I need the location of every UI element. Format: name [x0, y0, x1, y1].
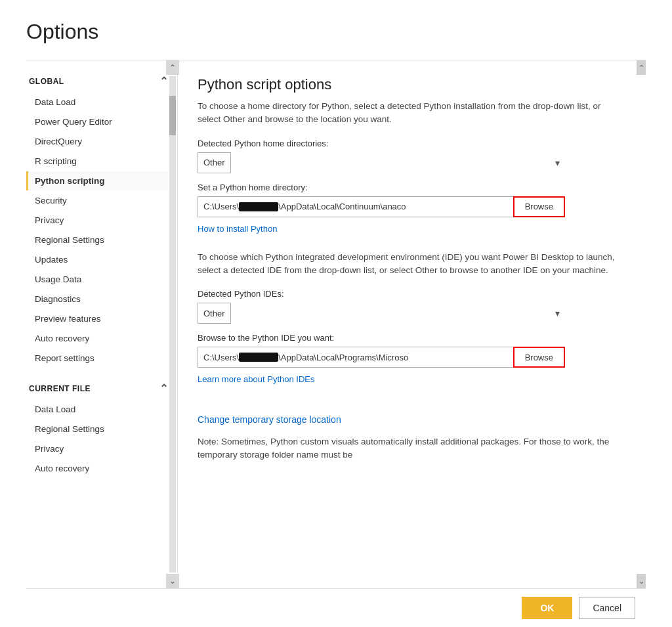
sidebar-scrollbar-thumb[interactable] — [169, 96, 176, 135]
sidebar-scrollbar: ⌃ ⌄ — [168, 60, 177, 588]
cancel-button[interactable]: Cancel — [579, 597, 635, 619]
main-scroll-up-button[interactable]: ⌃ — [637, 60, 646, 75]
main-content: Python script options To choose a home d… — [177, 60, 646, 588]
ide-dropdown-row: Other — [198, 303, 565, 324]
sidebar-item-updates[interactable]: Updates — [26, 250, 168, 269]
sidebar-item-report-settings[interactable]: Report settings — [26, 349, 168, 368]
separator-3 — [198, 401, 626, 412]
global-chevron-icon[interactable]: ⌃ — [159, 75, 169, 87]
sidebar-item-cf-data-load[interactable]: Data Load — [26, 400, 168, 419]
current-file-section-header: CURRENT FILE ⌃ — [26, 379, 168, 397]
sidebar-nav: GLOBAL ⌃ Data Load Power Query Editor Di… — [26, 60, 168, 588]
browse-ide-button[interactable]: Browse — [513, 347, 565, 368]
main-scroll-down-button[interactable]: ⌄ — [637, 574, 646, 588]
ide-link[interactable]: Learn more about Python IDEs — [198, 374, 315, 384]
current-file-chevron-icon[interactable]: ⌃ — [159, 382, 169, 395]
description-2: To choose which Python integrated develo… — [198, 251, 626, 278]
dialog-title: Options — [26, 20, 646, 44]
ide-dropdown[interactable]: Other — [198, 303, 231, 324]
home-dir-path-input[interactable]: C:\Users\ \AppData\Local\Continuum\anaco — [198, 196, 513, 217]
sidebar-item-cf-auto-recovery[interactable]: Auto recovery — [26, 459, 168, 478]
home-dir-dropdown[interactable]: Other — [198, 152, 231, 173]
storage-link[interactable]: Change temporary storage location — [198, 414, 341, 425]
dialog-body: GLOBAL ⌃ Data Load Power Query Editor Di… — [26, 60, 646, 588]
main-scrollbar: ⌃ ⌄ — [637, 60, 646, 588]
sidebar-item-cf-privacy[interactable]: Privacy — [26, 439, 168, 458]
browse-home-dir-button[interactable]: Browse — [513, 196, 565, 217]
ok-button[interactable]: OK — [522, 597, 572, 619]
sidebar-item-security[interactable]: Security — [26, 191, 168, 210]
ide-path-prefix: C:\Users\ — [203, 353, 239, 362]
sidebar: GLOBAL ⌃ Data Load Power Query Editor Di… — [26, 60, 177, 588]
home-dir-path-suffix: \AppData\Local\Continuum\anaco — [278, 202, 406, 211]
sidebar-item-preview-features[interactable]: Preview features — [26, 309, 168, 328]
sidebar-item-usage-data[interactable]: Usage Data — [26, 270, 168, 289]
sidebar-item-privacy[interactable]: Privacy — [26, 211, 168, 230]
home-dir-label: Detected Python home directories: — [198, 139, 626, 148]
sidebar-item-data-load[interactable]: Data Load — [26, 93, 168, 112]
sidebar-item-python-scripting[interactable]: Python scripting — [26, 171, 168, 190]
install-python-link[interactable]: How to install Python — [198, 224, 277, 234]
sidebar-item-cf-regional-settings[interactable]: Regional Settings — [26, 420, 168, 439]
home-dir-path-prefix: C:\Users\ — [203, 202, 239, 211]
home-dir-redacted — [239, 202, 278, 211]
options-dialog: Options GLOBAL ⌃ Data Load Power Query E… — [0, 0, 672, 627]
main-scroll: Python script options To choose a home d… — [178, 60, 646, 588]
ide-path-input-row: C:\Users\ \AppData\Local\Programs\Micros… — [198, 347, 565, 368]
separator-2 — [198, 391, 626, 401]
sidebar-item-auto-recovery[interactable]: Auto recovery — [26, 329, 168, 348]
separator-1 — [198, 240, 626, 251]
ide-dropdown-wrapper: Other — [198, 303, 565, 324]
ide-path-redacted — [239, 353, 278, 362]
home-dir-dropdown-wrapper: Other — [198, 152, 565, 173]
sidebar-item-r-scripting[interactable]: R scripting — [26, 152, 168, 171]
home-dir-dropdown-row: Other — [198, 152, 565, 173]
description-1: To choose a home directory for Python, s… — [198, 100, 626, 127]
note-text: Note: Sometimes, Python custom visuals a… — [198, 435, 626, 462]
browse-ide-label: Browse to the Python IDE you want: — [198, 333, 626, 343]
section-title: Python script options — [198, 76, 626, 93]
sidebar-item-diagnostics[interactable]: Diagnostics — [26, 290, 168, 309]
ide-path-suffix: \AppData\Local\Programs\Microso — [278, 353, 408, 362]
set-home-dir-label: Set a Python home directory: — [198, 183, 626, 192]
home-dir-input-row: C:\Users\ \AppData\Local\Continuum\anaco… — [198, 196, 565, 217]
global-section-header: GLOBAL ⌃ — [26, 72, 168, 90]
sidebar-item-power-query-editor[interactable]: Power Query Editor — [26, 112, 168, 131]
ide-path-input[interactable]: C:\Users\ \AppData\Local\Programs\Micros… — [198, 347, 513, 368]
sidebar-item-regional-settings[interactable]: Regional Settings — [26, 230, 168, 249]
dialog-footer: OK Cancel — [26, 588, 646, 627]
sidebar-item-directquery[interactable]: DirectQuery — [26, 132, 168, 151]
ide-label: Detected Python IDEs: — [198, 289, 626, 299]
